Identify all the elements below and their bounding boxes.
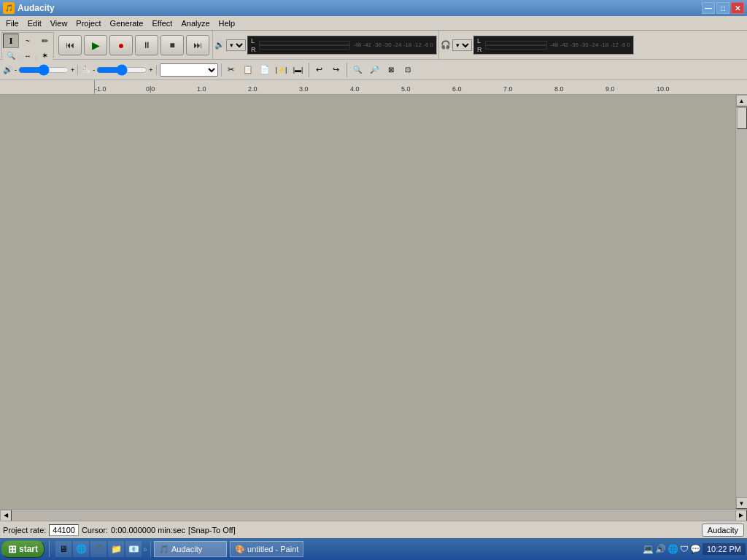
folder-icon[interactable]: 📁 bbox=[108, 541, 124, 557]
snap-status: [Snap-To Off] bbox=[188, 526, 236, 534]
audacity-status-btn: Audacity bbox=[702, 524, 744, 537]
title-bar-left: 🎵 Audacity bbox=[3, 2, 55, 14]
work-area bbox=[0, 95, 735, 509]
zoom-sel-button[interactable]: ⊡ bbox=[400, 63, 416, 77]
status-bar: Project rate: 44100 Cursor: 0:00.000000 … bbox=[0, 521, 747, 538]
menu-generate[interactable]: Generate bbox=[106, 18, 148, 29]
ruler-scale: -1.0 0|0 1.0 2.0 3.0 4.0 5.0 6.0 7.0 8.0… bbox=[95, 80, 747, 94]
ruler-mark-7: 7.0 bbox=[503, 85, 513, 93]
envelope-tool[interactable]: ~ bbox=[20, 34, 36, 48]
quick-launch-more[interactable]: » bbox=[143, 541, 149, 557]
speed-slider[interactable] bbox=[96, 65, 147, 75]
ruler-mark-neg1: -1.0 bbox=[95, 85, 107, 93]
vu-r-label: R bbox=[251, 46, 256, 53]
scroll-right-arrow[interactable]: ▶ bbox=[735, 510, 747, 521]
cursor-pos: 0:00.000000 min:sec bbox=[111, 526, 185, 534]
pencil-tool[interactable]: ✏ bbox=[36, 34, 53, 48]
secondary-toolbar: 🔊 - + 🐇 - + ✂ 📋 📄 |⚡| |▬| ↩ ↪ bbox=[0, 60, 747, 80]
system-clock: 10:22 PM bbox=[703, 543, 746, 555]
paste-button[interactable]: 📄 bbox=[257, 63, 273, 77]
pause-button[interactable]: ⏸ bbox=[135, 35, 158, 55]
volume-min-label: - bbox=[15, 66, 17, 74]
media-icon[interactable]: 🎵 bbox=[90, 541, 107, 557]
skip-back-button[interactable]: ⏮ bbox=[58, 35, 82, 55]
skip-fwd-button[interactable]: ⏭ bbox=[186, 35, 209, 55]
redo-button[interactable]: ↪ bbox=[328, 63, 344, 77]
minimize-button[interactable]: — bbox=[702, 2, 715, 14]
title-bar-text: Audacity bbox=[18, 3, 55, 13]
ibeam-tool[interactable]: I bbox=[3, 34, 19, 48]
input-meter-dropdown[interactable]: ▾ bbox=[226, 39, 246, 51]
project-rate-value[interactable]: 44100 bbox=[49, 524, 79, 536]
scroll-down-arrow[interactable]: ▼ bbox=[736, 497, 748, 509]
cut-button[interactable]: ✂ bbox=[223, 63, 239, 77]
menu-view[interactable]: View bbox=[46, 18, 72, 29]
scroll-left-arrow[interactable]: ◀ bbox=[0, 510, 12, 521]
menu-analyze[interactable]: Analyze bbox=[177, 18, 214, 29]
ruler-mark-0: 0|0 bbox=[146, 85, 155, 93]
taskbar-audacity[interactable]: 🎵 Audacity bbox=[154, 541, 227, 557]
windows-logo: ⊞ bbox=[8, 543, 17, 555]
tray-msg-icon: 💬 bbox=[690, 544, 701, 554]
timeline-ruler: -1.0 0|0 1.0 2.0 3.0 4.0 5.0 6.0 7.0 8.0… bbox=[0, 80, 747, 95]
output-vu-section: 🎧 ▾ L R -48 -42 -36 -30 -24 -18 -12 -6 0 bbox=[439, 31, 635, 59]
scroll-thumb-v[interactable] bbox=[737, 107, 747, 129]
toolbar-sep-1 bbox=[309, 63, 309, 77]
outlook-icon[interactable]: 📧 bbox=[125, 541, 142, 557]
vu-r-bar bbox=[259, 45, 350, 50]
ruler-mark-9: 9.0 bbox=[605, 85, 615, 93]
ie-icon[interactable]: 🌐 bbox=[73, 541, 89, 557]
record-button[interactable]: ● bbox=[109, 35, 133, 55]
taskbar-right: 💻 🔊 🌐 🛡 💬 10:22 PM bbox=[643, 543, 746, 555]
copy-button[interactable]: 📋 bbox=[240, 63, 256, 77]
stop-button[interactable]: ■ bbox=[160, 35, 184, 55]
show-desktop-icon[interactable]: 🖥 bbox=[55, 541, 71, 557]
project-rate-label: Project rate: bbox=[3, 526, 46, 534]
out-vu-l-label: L bbox=[477, 37, 482, 44]
cursor-label: Cursor: bbox=[82, 526, 108, 534]
trim-button[interactable]: |⚡| bbox=[274, 63, 290, 77]
zoom-out-button[interactable]: 🔎 bbox=[366, 63, 382, 77]
menu-effect[interactable]: Effect bbox=[147, 18, 177, 29]
menu-file[interactable]: File bbox=[1, 18, 23, 29]
tray-computer-icon: 💻 bbox=[643, 544, 654, 554]
ruler-mark-1: 1.0 bbox=[197, 85, 206, 93]
maximize-button[interactable]: □ bbox=[716, 2, 729, 14]
device-dropdown[interactable] bbox=[160, 63, 218, 77]
output-meter-dropdown[interactable]: ▾ bbox=[452, 39, 472, 51]
vertical-scrollbar[interactable]: ▲ ▼ bbox=[735, 95, 747, 509]
speed-max-label: + bbox=[149, 66, 152, 74]
output-vu-meter: L R -48 -42 -36 -30 -24 -18 -12 -6 0 bbox=[473, 36, 634, 55]
start-button[interactable]: ⊞ start bbox=[1, 540, 44, 558]
menu-edit[interactable]: Edit bbox=[23, 18, 46, 29]
undo-button[interactable]: ↩ bbox=[311, 63, 328, 77]
out-vu-r-bar bbox=[485, 45, 547, 50]
ruler-left-spacer bbox=[0, 80, 95, 94]
zoom-in-button[interactable]: 🔍 bbox=[349, 63, 365, 77]
toolbar-sep-2 bbox=[347, 63, 347, 77]
scroll-track-v[interactable] bbox=[736, 106, 748, 497]
scroll-track-h[interactable] bbox=[12, 510, 735, 521]
scroll-up-arrow[interactable]: ▲ bbox=[736, 95, 748, 106]
volume-slider[interactable] bbox=[18, 65, 69, 75]
tools-row-1: I ~ ✏ bbox=[3, 34, 53, 48]
speed-section: 🐇 - + bbox=[78, 65, 156, 75]
silence-button[interactable]: |▬| bbox=[290, 63, 306, 77]
out-vu-r-label: R bbox=[477, 46, 482, 53]
ruler-mark-3: 3.0 bbox=[299, 85, 309, 93]
menu-project[interactable]: Project bbox=[71, 18, 105, 29]
tray-security-icon: 🛡 bbox=[680, 544, 689, 554]
quick-launch: 🖥 🌐 🎵 📁 📧 » bbox=[54, 541, 151, 557]
ruler-mark-10: 10.0 bbox=[657, 85, 670, 93]
ruler-mark-8: 8.0 bbox=[554, 85, 564, 93]
horizontal-scrollbar[interactable]: ◀ ▶ bbox=[0, 509, 747, 521]
close-button[interactable]: ✕ bbox=[731, 2, 744, 14]
taskbar-paint[interactable]: 🎨 untitled - Paint bbox=[230, 541, 303, 557]
audacity-window: 🎵 Audacity — □ ✕ File Edit View Project … bbox=[0, 0, 747, 538]
tools-section: I ~ ✏ 🔍 ↔ ✶ bbox=[1, 32, 54, 58]
play-button[interactable]: ▶ bbox=[84, 35, 107, 55]
zoom-fit-button[interactable]: ⊠ bbox=[383, 63, 399, 77]
audacity-button[interactable]: Audacity bbox=[702, 524, 744, 537]
volume-max-label: + bbox=[71, 66, 74, 74]
menu-help[interactable]: Help bbox=[214, 18, 240, 29]
